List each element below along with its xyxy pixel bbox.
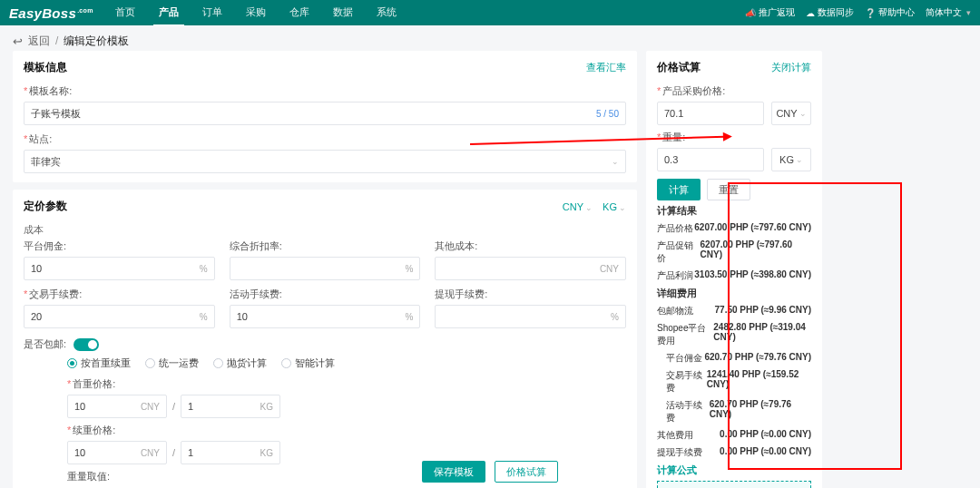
top-navbar: EasyBoss.com 首页 产品 订单 采购 仓库 数据 系统 📣推广返现 …: [0, 0, 980, 25]
template-info-title: 模板信息: [24, 60, 67, 75]
purchase-unit-select[interactable]: CNY⌄: [771, 102, 811, 125]
cloud-icon: ☁: [806, 8, 815, 18]
promo-link[interactable]: 📣推广返现: [745, 6, 795, 19]
cont-weight-label: 续重价格:: [67, 424, 626, 437]
activity-fee-input[interactable]: 10%: [230, 305, 421, 328]
ship-mode-smart[interactable]: 智能计算: [281, 356, 335, 370]
discount-rate-input[interactable]: %: [230, 257, 421, 280]
include-shipping-toggle[interactable]: [74, 338, 99, 351]
nav-item-order[interactable]: 订单: [197, 0, 228, 26]
purchase-price-label: 产品采购价格:: [657, 84, 811, 98]
price-test-button[interactable]: 价格试算: [495, 461, 558, 483]
result-line: 产品价格6207.00 PHP (≈797.60 CNY): [657, 222, 811, 235]
weight-input[interactable]: 0.3: [657, 148, 764, 171]
detail-line: 平台佣金620.70 PHP (≈79.76 CNY): [657, 352, 811, 365]
nav-item-home[interactable]: 首页: [110, 0, 141, 26]
txn-fee-input[interactable]: 20%: [24, 305, 215, 328]
activity-fee-label: 活动手续费:: [230, 288, 421, 301]
detail-line: 活动手续费620.70 PHP (≈79.76 CNY): [657, 399, 811, 425]
lang-selector[interactable]: 简体中文▾: [926, 6, 971, 19]
first-weight-kg-input[interactable]: 1KG: [181, 395, 280, 418]
other-cost-label: 其他成本:: [435, 239, 626, 253]
template-info-card: 模板信息 查看汇率 模板名称: 子账号模板 5 / 50 站点: 菲律宾 ⌄: [13, 51, 637, 182]
platform-fee-label: 平台佣金:: [24, 239, 215, 253]
first-weight-label: 首重价格:: [67, 377, 626, 391]
weight-label: 重量:: [657, 131, 811, 144]
save-template-button[interactable]: 保存模板: [422, 461, 485, 483]
price-test-title: 价格试算: [657, 60, 701, 75]
ship-mode-volumetric[interactable]: 抛货计算: [213, 356, 267, 370]
discount-rate-label: 综合折扣率:: [230, 239, 421, 253]
calc-button[interactable]: 计算: [657, 179, 701, 200]
nav-right: 📣推广返现 ☁数据同步 ❔帮助中心 简体中文▾: [745, 6, 971, 19]
txn-fee-label: 交易手续费:: [24, 288, 215, 301]
ship-mode-flat[interactable]: 统一运费: [145, 356, 199, 370]
result-lines: 产品价格6207.00 PHP (≈797.60 CNY)产品促销价6207.0…: [657, 222, 811, 282]
sync-link[interactable]: ☁数据同步: [806, 6, 854, 19]
site-label: 站点:: [24, 132, 626, 146]
result-line: 产品促销价6207.00 PHP (≈797.60 CNY): [657, 239, 811, 265]
detail-line: 其他费用0.00 PHP (≈0.00 CNY): [657, 429, 811, 442]
nav-menu: 首页 产品 订单 采购 仓库 数据 系统: [110, 0, 402, 26]
weight-unit-selector[interactable]: KG⌄: [603, 201, 626, 212]
first-weight-price-input[interactable]: 10CNY: [67, 395, 167, 418]
pricing-params-title: 定价参数: [24, 199, 67, 214]
calc-result-title: 计算结果: [657, 204, 811, 218]
shipping-mode-radios: 按首重续重 统一运费 抛货计算 智能计算: [67, 356, 626, 370]
site-select[interactable]: 菲律宾 ⌄: [24, 150, 626, 173]
nav-item-purchase[interactable]: 采购: [240, 0, 271, 26]
detail-line: 交易手续费1241.40 PHP (≈159.52 CNY): [657, 369, 811, 395]
detail-line: Shopee平台费用2482.80 PHP (≈319.04 CNY): [657, 322, 811, 347]
nav-item-system[interactable]: 系统: [371, 0, 402, 26]
detail-line: 包邮物流77.50 PHP (≈9.96 CNY): [657, 305, 811, 317]
page-title: 编辑定价模板: [64, 34, 129, 49]
withdraw-fee-label: 提现手续费:: [435, 288, 626, 301]
other-cost-input[interactable]: CNY: [435, 257, 626, 280]
cost-section-label: 成本: [24, 223, 626, 237]
result-line: 产品利润3103.50 PHP (≈398.80 CNY): [657, 269, 811, 282]
price-test-card: 价格试算 关闭计算 产品采购价格: 70.1 CNY⌄ 重量: 0.3 KG⌄ …: [646, 51, 822, 488]
nav-item-warehouse[interactable]: 仓库: [284, 0, 315, 26]
unit-switch: CNY⌄ KG⌄: [563, 201, 626, 212]
chevron-down-icon: ▾: [966, 8, 971, 17]
nav-item-product[interactable]: 产品: [153, 0, 184, 26]
currency-selector[interactable]: CNY⌄: [563, 201, 593, 212]
template-name-label: 模板名称:: [24, 84, 626, 98]
help-icon: ❔: [865, 8, 876, 18]
pricing-params-card: 定价参数 CNY⌄ KG⌄ 成本 平台佣金: 10% 综合折扣率: %: [13, 190, 637, 488]
platform-fee-input[interactable]: 10%: [24, 257, 215, 280]
detail-lines: 包邮物流77.50 PHP (≈9.96 CNY)Shopee平台费用2482.…: [657, 305, 811, 459]
footer-bar: 保存模板 价格试算: [0, 461, 980, 483]
back-link[interactable]: 返回: [28, 34, 50, 49]
brand-logo: EasyBoss.com: [9, 5, 93, 21]
include-shipping-label: 是否包邮:: [24, 337, 66, 351]
detail-fee-title: 详细费用: [657, 287, 811, 300]
weight-unit-select[interactable]: KG⌄: [771, 148, 811, 171]
ship-mode-first-cont[interactable]: 按首重续重: [67, 356, 131, 370]
megaphone-icon: 📣: [745, 8, 756, 18]
withdraw-fee-input[interactable]: %: [435, 305, 626, 328]
template-name-input[interactable]: 子账号模板 5 / 50: [24, 102, 626, 125]
help-link[interactable]: ❔帮助中心: [865, 6, 915, 19]
nav-item-data[interactable]: 数据: [328, 0, 358, 26]
chevron-down-icon: ⌄: [612, 157, 619, 166]
reset-button[interactable]: 重置: [707, 179, 750, 200]
purchase-price-input[interactable]: 70.1: [657, 102, 764, 125]
close-calc-link[interactable]: 关闭计算: [771, 61, 811, 74]
detail-line: 提现手续费0.00 PHP (≈0.00 CNY): [657, 446, 811, 459]
view-rate-link[interactable]: 查看汇率: [586, 61, 626, 74]
back-icon[interactable]: ↩: [13, 34, 23, 48]
breadcrumb: ↩ 返回 / 编辑定价模板: [13, 31, 967, 51]
